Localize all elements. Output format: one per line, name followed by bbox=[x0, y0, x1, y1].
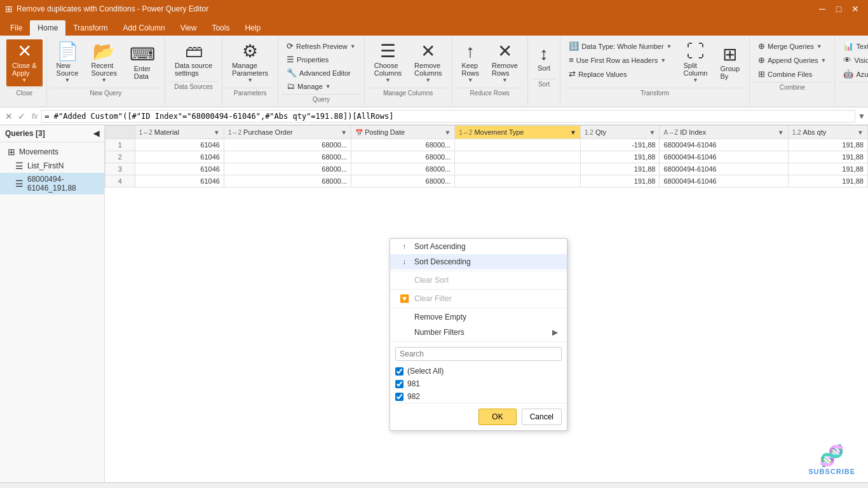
refresh-preview-icon: ⟳ bbox=[287, 41, 294, 51]
vision-button[interactable]: 👁 Vision bbox=[839, 53, 868, 67]
cell-abs-qty-1: 191,88 bbox=[788, 139, 867, 151]
properties-button[interactable]: ☰ Properties bbox=[282, 53, 360, 66]
ok-button[interactable]: OK bbox=[478, 409, 516, 425]
sort-column-label: Sort bbox=[538, 64, 550, 72]
sidebar-collapse-icon[interactable]: ◀ bbox=[93, 129, 99, 138]
clear-filter-item: 🔽 Clear Filter bbox=[390, 291, 567, 306]
qty-sort-icon[interactable]: ▼ bbox=[649, 129, 656, 136]
filter-checkbox-982[interactable] bbox=[395, 393, 403, 401]
close-apply-button[interactable]: ✕ Close &Apply ▼ bbox=[6, 39, 43, 86]
col-header-qty[interactable]: 1.2Qty ▼ bbox=[581, 126, 660, 139]
ai-insights-group-label: AI Insights bbox=[839, 82, 868, 91]
remove-rows-button[interactable]: ✕ RemoveRows ▼ bbox=[486, 39, 524, 86]
content-area: 1↔2Material ▼ 1↔2Purchase Order ▼ 📅Posti… bbox=[105, 125, 868, 482]
data-source-settings-button[interactable]: 🗃 Data sourcesettings bbox=[169, 39, 218, 80]
sidebar: Queries [3] ◀ ⊞ Movements ☰ List_FirstN … bbox=[0, 125, 105, 482]
vision-label: Vision bbox=[854, 57, 868, 64]
remove-empty-item[interactable]: Remove Empty bbox=[390, 309, 567, 325]
posting-date-sort-icon[interactable]: ▼ bbox=[444, 129, 451, 136]
refresh-preview-button[interactable]: ⟳ Refresh Preview ▼ bbox=[282, 39, 360, 53]
remove-columns-label: RemoveColumns bbox=[414, 62, 442, 77]
qty-type-icon: 1.2 bbox=[585, 129, 593, 136]
combine-files-icon: ⊞ bbox=[758, 69, 765, 79]
enter-data-button[interactable]: ⌨ EnterData bbox=[124, 39, 161, 86]
purchase-order-type-icon: 1↔2 bbox=[228, 129, 241, 136]
close-group-label: Close bbox=[6, 88, 43, 97]
merge-queries-button[interactable]: ⊕ Merge Queries ▼ bbox=[754, 39, 831, 53]
recent-sources-button[interactable]: 📂 RecentSources ▼ bbox=[86, 39, 123, 86]
manage-columns-group-label: Manage Columns bbox=[369, 88, 448, 97]
abs-qty-sort-icon[interactable]: ▼ bbox=[857, 129, 864, 136]
ribbon-group-close: ✕ Close &Apply ▼ Close bbox=[3, 37, 47, 105]
col-header-purchase-order[interactable]: 1↔2Purchase Order ▼ bbox=[224, 126, 351, 139]
sort-descending-item[interactable]: ↓ Sort Descending bbox=[390, 254, 567, 269]
cell-abs-qty-4: 191,88 bbox=[788, 175, 867, 187]
tab-tools[interactable]: Tools bbox=[204, 20, 237, 36]
maximize-button[interactable]: □ bbox=[831, 3, 846, 15]
choose-columns-button[interactable]: ☰ ChooseColumns ▼ bbox=[369, 39, 407, 86]
sort-column-button[interactable]: ↕ Sort bbox=[532, 39, 556, 78]
replace-values-button[interactable]: ⇄ Replace Values bbox=[564, 67, 676, 81]
formula-input[interactable] bbox=[41, 110, 855, 123]
col-header-abs-qty[interactable]: 1.2Abs qty ▼ bbox=[788, 126, 867, 139]
col-header-material[interactable]: 1↔2Material ▼ bbox=[135, 126, 224, 139]
tab-add-column[interactable]: Add Column bbox=[116, 20, 173, 36]
sidebar-item-movements[interactable]: ⊞ Movements bbox=[0, 145, 104, 159]
window-title: Remove duplicates with Conditions - Powe… bbox=[17, 4, 815, 13]
filter-checkbox-981[interactable] bbox=[395, 380, 403, 388]
formula-confirm-button[interactable]: ✓ bbox=[15, 111, 28, 121]
filter-search-input[interactable] bbox=[395, 347, 562, 361]
id-index-sort-icon[interactable]: ▼ bbox=[778, 129, 784, 136]
number-filters-item[interactable]: Number Filters ▶ bbox=[390, 325, 567, 340]
tab-home[interactable]: Home bbox=[30, 20, 65, 36]
tab-transform[interactable]: Transform bbox=[65, 20, 115, 36]
filter-item-981[interactable]: 981 bbox=[395, 377, 562, 390]
keep-rows-button[interactable]: ↑ KeepRows ▼ bbox=[456, 39, 485, 86]
ribbon-group-data-sources: 🗃 Data sourcesettings Data Sources bbox=[165, 37, 222, 105]
group-by-label: GroupBy bbox=[720, 65, 740, 80]
col-header-movement-type[interactable]: 1↔2Movement Type ▼ bbox=[455, 126, 581, 139]
status-bar bbox=[0, 482, 868, 488]
col-header-id-index[interactable]: A↔ZID Index ▼ bbox=[660, 126, 788, 139]
append-queries-button[interactable]: ⊕ Append Queries ▼ bbox=[754, 53, 831, 67]
material-sort-icon[interactable]: ▼ bbox=[214, 129, 220, 136]
split-column-button[interactable]: ⛶ SplitColumn ▼ bbox=[678, 39, 714, 86]
cell-movement-type-2 bbox=[455, 151, 581, 163]
movement-type-filter-icon[interactable]: ▼ bbox=[570, 129, 576, 136]
sort-ascending-item[interactable]: ↑ Sort Ascending bbox=[390, 239, 567, 254]
tab-view[interactable]: View bbox=[173, 20, 205, 36]
purchase-order-sort-icon[interactable]: ▼ bbox=[341, 129, 347, 136]
col-header-posting-date[interactable]: 📅Posting Date ▼ bbox=[351, 126, 455, 139]
new-source-button[interactable]: 📄 NewSource ▼ bbox=[51, 39, 85, 86]
filter-checkbox-select-all[interactable] bbox=[395, 367, 403, 376]
advanced-editor-button[interactable]: 🔧 Advanced Editor bbox=[282, 66, 360, 79]
sidebar-item-list-firstn[interactable]: ☰ List_FirstN bbox=[0, 159, 104, 173]
text-analytics-button[interactable]: 📊 Text Analytics bbox=[839, 39, 868, 53]
ribbon: ✕ Close &Apply ▼ Close 📄 NewSource ▼ 📂 R… bbox=[0, 36, 868, 107]
sidebar-item-active-query[interactable]: ☰ 68000494-61046_191,88 bbox=[0, 173, 104, 194]
close-button[interactable]: ✕ bbox=[848, 3, 863, 15]
sidebar-item-label-active-query: 68000494-61046_191,88 bbox=[27, 175, 99, 193]
choose-columns-icon: ☰ bbox=[380, 43, 396, 60]
filter-item-982[interactable]: 982 bbox=[395, 390, 562, 403]
sidebar-item-label-movements: Movements bbox=[19, 147, 58, 156]
keep-rows-caret-icon: ▼ bbox=[468, 77, 473, 83]
manage-parameters-button[interactable]: ⚙ ManageParameters ▼ bbox=[226, 39, 274, 86]
use-first-row-button[interactable]: ≡ Use First Row as Headers ▼ bbox=[564, 53, 676, 67]
tab-file[interactable]: File bbox=[3, 20, 30, 36]
data-type-caret-icon: ▼ bbox=[667, 43, 672, 50]
cancel-button[interactable]: Cancel bbox=[522, 409, 562, 425]
remove-columns-button[interactable]: ✕ RemoveColumns ▼ bbox=[409, 39, 447, 86]
formula-fx-label: fx bbox=[32, 112, 37, 121]
azure-ml-button[interactable]: 🤖 Azure Machine Learning bbox=[839, 67, 868, 81]
data-type-button[interactable]: 🔢 Data Type: Whole Number ▼ bbox=[564, 39, 676, 53]
formula-cancel-button[interactable]: ✕ bbox=[3, 111, 15, 121]
tab-help[interactable]: Help bbox=[237, 20, 268, 36]
minimize-button[interactable]: ─ bbox=[815, 3, 830, 15]
combine-files-button[interactable]: ⊞ Combine Files bbox=[754, 67, 831, 81]
formula-expand-icon[interactable]: ▼ bbox=[858, 112, 865, 121]
manage-button[interactable]: 🗂 Manage ▼ bbox=[282, 79, 360, 93]
group-by-button[interactable]: ⊞ GroupBy bbox=[714, 39, 745, 86]
filter-item-select-all[interactable]: (Select All) bbox=[395, 365, 562, 377]
enter-data-icon: ⌨ bbox=[130, 46, 155, 64]
